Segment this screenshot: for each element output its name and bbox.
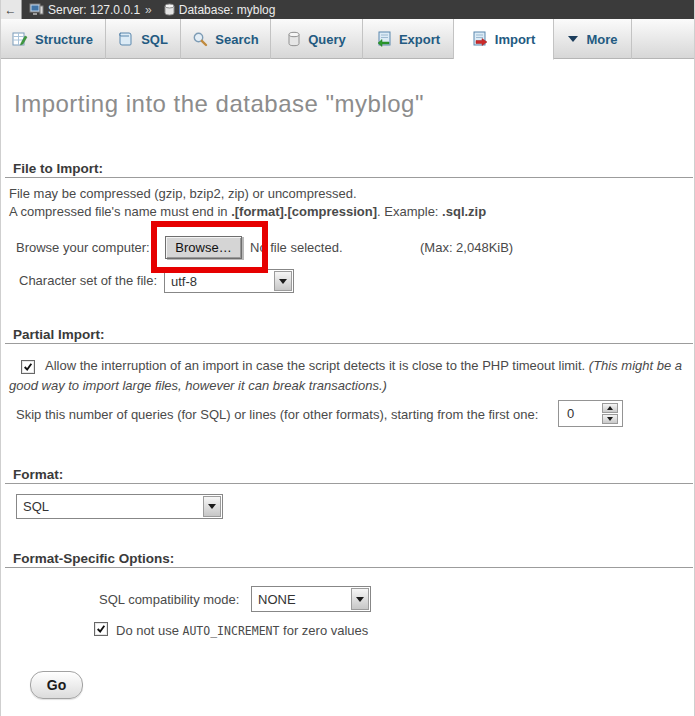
tab-bar: Structure SQL Search Query (0, 19, 695, 59)
search-icon (192, 31, 208, 47)
sql-compat-dropdown-button[interactable] (351, 588, 369, 610)
allow-interrupt-checkbox[interactable] (21, 360, 35, 374)
section-divider (5, 177, 693, 178)
chevron-down-icon (567, 35, 579, 43)
checkmark-icon (96, 624, 106, 634)
import-icon (472, 31, 488, 47)
query-icon (287, 31, 301, 47)
structure-icon (12, 31, 28, 47)
auto-increment-suffix: for zero values (279, 623, 368, 638)
spinner-down-button[interactable] (602, 414, 618, 424)
breadcrumb-separator: » (145, 3, 152, 17)
sql-compat-select[interactable]: NONE (251, 586, 371, 612)
checkmark-icon (23, 362, 33, 372)
allow-interrupt-text: Allow the interruption of an import in c… (45, 358, 589, 373)
breadcrumb-server-link[interactable]: Server: 127.0.0.1 (48, 3, 140, 17)
phpmyadmin-import-page: ← Server: 127.0.0.1 » Database: myblog S… (0, 0, 695, 716)
dropdown-arrow-icon (208, 504, 216, 509)
auto-increment-label: Do not use AUTO_INCREMENT for zero value… (116, 623, 368, 638)
sql-compat-label: SQL compatibility mode: (99, 592, 239, 607)
section-divider (5, 483, 693, 484)
back-arrow-icon: ← (5, 3, 17, 17)
auto-increment-code: AUTO_INCREMENT (183, 624, 280, 638)
dropdown-arrow-icon (356, 597, 364, 602)
tab-query[interactable]: Query (271, 19, 363, 59)
tab-sql[interactable]: SQL (106, 19, 181, 59)
format-select[interactable]: SQL (16, 494, 223, 519)
tab-export[interactable]: Export (363, 19, 454, 59)
tab-import[interactable]: Import (454, 19, 554, 60)
tab-label: Structure (35, 32, 93, 47)
server-icon (29, 3, 44, 16)
auto-increment-checkbox[interactable] (94, 622, 108, 636)
database-icon (164, 3, 175, 16)
skip-queries-value: 0 (559, 406, 602, 421)
charset-label: Character set of the file: (19, 273, 157, 288)
back-button[interactable]: ← (0, 0, 22, 19)
allow-interrupt-row: Allow the interruption of an import in c… (9, 356, 691, 396)
tab-label: Export (399, 32, 440, 47)
max-upload-size: (Max: 2,048KiB) (420, 240, 513, 255)
spinner-down-icon (607, 417, 613, 421)
no-file-selected-text: No file selected. (250, 240, 343, 255)
tab-structure[interactable]: Structure (0, 19, 106, 59)
compression-info-line1: File may be compressed (gzip, bzip2, zip… (9, 186, 357, 201)
charset-dropdown-button[interactable] (274, 271, 292, 291)
spinner-up-icon (607, 406, 613, 410)
skip-queries-label: Skip this number of queries (for SQL) or… (16, 407, 538, 422)
section-heading-format-options: Format-Specific Options: (13, 551, 174, 566)
format-selected-value: SQL (17, 495, 202, 518)
tab-label: Import (495, 32, 535, 47)
breadcrumb-database-link[interactable]: Database: myblog (179, 3, 276, 17)
tab-more[interactable]: More (554, 19, 632, 59)
browse-label: Browse your computer: (16, 240, 150, 255)
line2-example: .sql.zip (442, 204, 486, 219)
spinner-buttons (602, 403, 618, 424)
export-icon (376, 31, 392, 47)
charset-selected-value: utf-8 (165, 270, 273, 292)
line2-mid: . Example: (377, 204, 442, 219)
tab-label: Query (308, 32, 346, 47)
browse-button[interactable]: Browse… (165, 236, 242, 259)
page-title: Importing into the database "myblog" (14, 90, 424, 118)
section-heading-format: Format: (13, 467, 63, 482)
section-divider (5, 343, 693, 344)
tab-search[interactable]: Search (181, 19, 271, 59)
go-button[interactable]: Go (30, 671, 83, 699)
skip-queries-input[interactable]: 0 (558, 400, 623, 427)
spinner-up-button[interactable] (602, 403, 618, 413)
sql-icon (118, 31, 134, 47)
line2-prefix: A compressed file's name must end in (9, 204, 231, 219)
section-divider (5, 567, 693, 568)
line2-format-pattern: .[format].[compression] (231, 204, 377, 219)
auto-increment-prefix: Do not use (116, 623, 183, 638)
section-heading-partial-import: Partial Import: (13, 327, 105, 342)
format-dropdown-button[interactable] (203, 496, 221, 517)
breadcrumb: ← Server: 127.0.0.1 » Database: myblog (0, 0, 695, 19)
tab-label: More (586, 32, 617, 47)
charset-select[interactable]: utf-8 (164, 269, 294, 293)
compression-info-line2: A compressed file's name must end in .[f… (9, 204, 486, 219)
tab-label: SQL (141, 32, 168, 47)
section-heading-file-to-import: File to Import: (13, 161, 103, 176)
sql-compat-selected-value: NONE (252, 587, 350, 611)
dropdown-arrow-icon (279, 279, 287, 284)
tab-label: Search (215, 32, 258, 47)
